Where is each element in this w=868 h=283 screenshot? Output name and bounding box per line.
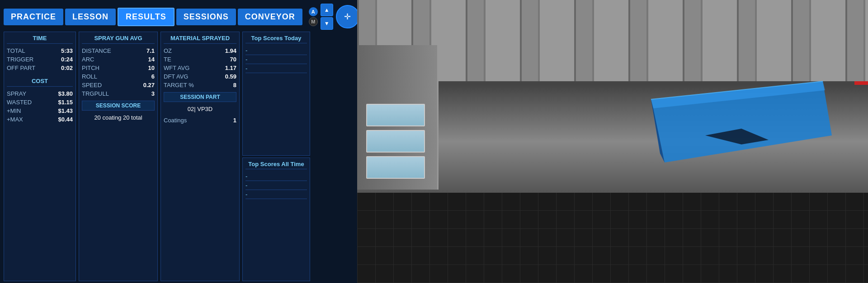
dpad-down[interactable]: ▼ — [321, 17, 333, 30]
top-scores-alltime-1: - — [245, 172, 307, 181]
blue-conveyor-object — [651, 45, 832, 172]
sg-arc-label: ARC — [82, 56, 94, 63]
floor — [357, 193, 868, 283]
top-scores-today-2: - — [245, 55, 307, 64]
cost-wasted-label: WASTED — [7, 99, 32, 106]
wall-window-1 — [366, 104, 425, 126]
session-part-value: 02| VP3D — [164, 104, 236, 114]
sg-trgpull-value: 3 — [151, 90, 155, 97]
time-cost-col: TIME TOTAL 5:33 TRIGGER 0:24 OFF PART 0:… — [4, 32, 76, 281]
mat-dft-value: 0.59 — [225, 73, 236, 80]
wall-window-3 — [366, 156, 425, 179]
time-offpart-value: 0:02 — [61, 65, 73, 71]
nav-bar: PRACTICE LESSON RESULTS SESSIONS CONVEYO… — [0, 0, 357, 30]
time-trigger-label: TRIGGER — [7, 56, 33, 63]
sg-distance-value: 7.1 — [146, 47, 155, 54]
material-col: MATERIAL SPRAYED OZ 1.94 TE 70 WFT AVG 1… — [160, 32, 240, 281]
cost-header: COST — [7, 78, 73, 87]
coatings-value: 1 — [233, 117, 236, 124]
session-part-header: Session Part — [164, 92, 236, 102]
top-scores-today-title: Top Scores Today — [245, 35, 307, 43]
wall-window-2 — [366, 130, 425, 153]
cost-max-label: +MAX — [7, 116, 23, 123]
material-header: MATERIAL SPRAYED — [164, 35, 236, 44]
session-score-value: 20 coating 20 total — [82, 112, 155, 123]
sg-trgpull-row: TRGPULL 3 — [82, 89, 155, 98]
nav-lesson[interactable]: LESSON — [65, 9, 116, 25]
sg-distance-row: DISTANCE 7.1 — [82, 46, 155, 55]
mat-wft-label: WFT AVG — [164, 65, 189, 71]
cost-wasted-row: WASTED $1.15 — [7, 98, 73, 107]
time-trigger-value: 0:24 — [61, 56, 73, 63]
top-scores-alltime-3: - — [245, 190, 307, 199]
blue-shape-svg — [651, 45, 832, 172]
label-m: M — [309, 17, 318, 26]
mat-oz-value: 1.94 — [225, 47, 236, 54]
nav-conveyor[interactable]: CONVEYOR — [238, 9, 302, 25]
mat-wft-row: WFT AVG 1.17 — [164, 64, 236, 72]
top-scores-today-3: - — [245, 64, 307, 73]
left-panel: PRACTICE LESSON RESULTS SESSIONS CONVEYO… — [0, 0, 357, 283]
label-a: A — [309, 7, 318, 16]
time-total-row: TOTAL 5:33 — [7, 46, 73, 55]
time-total-label: TOTAL — [7, 47, 25, 54]
coatings-row: Coatings 1 — [164, 116, 236, 125]
mat-target-row: TARGET % 8 — [164, 81, 236, 89]
mat-target-label: TARGET % — [164, 82, 194, 88]
viewport-3d — [357, 0, 868, 283]
top-scores-alltime-title: Top Scores All Time — [245, 161, 307, 169]
left-wall — [357, 45, 439, 190]
top-scores-alltime-2: - — [245, 181, 307, 190]
cost-spray-row: SPRAY $3.80 — [7, 89, 73, 98]
sg-roll-label: ROLL — [82, 73, 97, 80]
mat-dft-row: DFT AVG 0.59 — [164, 72, 236, 81]
top-scores-today-box: Top Scores Today - - - — [242, 32, 310, 156]
mat-target-value: 8 — [233, 82, 236, 88]
time-total-value: 5:33 — [61, 47, 73, 54]
scores-col: Top Scores Today - - - Top Scores All Ti… — [242, 32, 310, 281]
cost-min-label: +MIN — [7, 107, 21, 114]
time-header: TIME — [7, 35, 73, 44]
cost-min-row: +MIN $1.43 — [7, 107, 73, 115]
mat-dft-label: DFT AVG — [164, 73, 188, 80]
session-score-header: Session Score — [82, 101, 155, 111]
mat-oz-row: OZ 1.94 — [164, 46, 236, 55]
cost-spray-label: SPRAY — [7, 90, 26, 97]
cost-max-row: +MAX $0.44 — [7, 115, 73, 124]
sg-arc-row: ARC 14 — [82, 55, 155, 64]
sg-speed-row: SPEED 0.27 — [82, 81, 155, 89]
crosshair-control[interactable]: ✛ — [336, 5, 359, 28]
stats-area: TIME TOTAL 5:33 TRIGGER 0:24 OFF PART 0:… — [0, 30, 357, 283]
nav-sessions[interactable]: SESSIONS — [176, 9, 236, 25]
coatings-label: Coatings — [164, 117, 187, 124]
sg-arc-value: 14 — [148, 56, 155, 63]
sg-pitch-row: PITCH 10 — [82, 64, 155, 72]
nav-results[interactable]: RESULTS — [118, 8, 175, 26]
sg-distance-label: DISTANCE — [82, 47, 111, 54]
sg-pitch-value: 10 — [148, 65, 155, 71]
mat-wft-value: 1.17 — [225, 65, 236, 71]
mat-oz-label: OZ — [164, 47, 172, 54]
sg-speed-label: SPEED — [82, 82, 102, 88]
red-stripe — [854, 81, 868, 85]
dpad-up[interactable]: ▲ — [321, 4, 333, 16]
spray-gun-col: SPRAY GUN AVG DISTANCE 7.1 ARC 14 PITCH … — [79, 32, 158, 281]
sg-trgpull-label: TRGPULL — [82, 90, 109, 97]
time-offpart-label: OFF PART — [7, 65, 35, 71]
sg-pitch-label: PITCH — [82, 65, 99, 71]
spray-gun-header: SPRAY GUN AVG — [82, 35, 155, 44]
sg-speed-value: 0.27 — [143, 82, 155, 88]
nav-practice[interactable]: PRACTICE — [4, 9, 63, 25]
time-trigger-row: TRIGGER 0:24 — [7, 55, 73, 64]
right-panel — [357, 0, 868, 283]
cost-min-value: $1.43 — [58, 107, 73, 114]
wall-windows — [366, 104, 425, 185]
cost-spray-value: $3.80 — [58, 90, 73, 97]
mat-te-row: TE 70 — [164, 55, 236, 64]
sg-roll-value: 6 — [151, 73, 155, 80]
cost-wasted-value: $1.15 — [58, 99, 73, 106]
mat-te-value: 70 — [230, 56, 236, 63]
top-scores-alltime-box: Top Scores All Time - - - — [242, 158, 310, 282]
sg-roll-row: ROLL 6 — [82, 72, 155, 81]
mat-te-label: TE — [164, 56, 171, 63]
